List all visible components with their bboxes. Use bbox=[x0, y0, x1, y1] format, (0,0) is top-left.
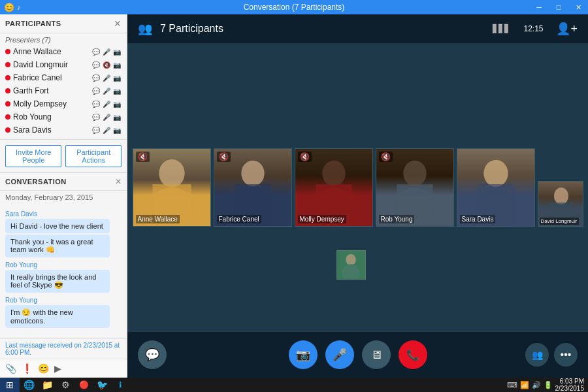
chat-messages: Sara Davis Hi David - love the new clien… bbox=[0, 204, 127, 338]
participant-actions-button[interactable]: Participant Actions bbox=[65, 145, 122, 167]
controls-left: 💬 bbox=[138, 340, 167, 369]
mic-toggle-button[interactable]: 🎤 bbox=[325, 340, 354, 369]
left-panel: PARTICIPANTS ✕ Presenters (7) Anne Walla… bbox=[0, 14, 127, 378]
restore-button[interactable]: □ bbox=[549, 0, 568, 14]
mic-icon: 🎤 bbox=[102, 127, 111, 134]
participants-toggle-button[interactable]: 👥 bbox=[525, 343, 549, 367]
taskbar-chrome-icon[interactable]: 🔴 bbox=[74, 378, 93, 392]
titlebar: 😊 ♪ Conversation (7 Participants) ─ □ ✕ bbox=[0, 0, 588, 14]
send-icon[interactable]: ▶ bbox=[54, 363, 61, 374]
video-toggle-button[interactable]: 📷 bbox=[289, 340, 318, 369]
mic-icon: 🔇 bbox=[102, 61, 111, 69]
right-panel: 👥 7 Participants ▋▋▋ 12:15 👤+ bbox=[127, 14, 588, 378]
screen-share-button[interactable]: 🖥 bbox=[362, 340, 391, 369]
svg-point-12 bbox=[483, 160, 508, 187]
conversation-section: CONVERSATION ✕ Monday, February 23, 2015… bbox=[0, 172, 127, 378]
taskbar-ie-icon[interactable]: 🌐 bbox=[20, 378, 38, 392]
chat-icon: 💬 bbox=[91, 127, 101, 134]
video-controls: 💬 📷 🎤 🖥 📞 👥 ••• bbox=[127, 332, 588, 378]
status-dot bbox=[5, 62, 10, 67]
call-time: 12:15 bbox=[523, 24, 543, 33]
more-options-button[interactable]: ••• bbox=[554, 343, 578, 367]
taskbar-twitter-icon[interactable]: 🐦 bbox=[93, 378, 111, 392]
conversation-date: Monday, February 23, 2015 bbox=[0, 191, 127, 204]
taskbar-explorer-icon[interactable]: 📁 bbox=[38, 378, 56, 392]
message-sender: Sara Davis bbox=[5, 210, 122, 218]
sound-icon: ♪ bbox=[17, 3, 21, 11]
video-grid: 🔇 Anne Wallace 🔇 Fabrice Canel bbox=[133, 148, 583, 227]
taskbar-settings-icon[interactable]: ⚙ bbox=[56, 378, 74, 392]
participant-icons: 💬 🔇 📷 bbox=[91, 61, 122, 69]
participant-icons: 💬 🎤 📷 bbox=[91, 114, 122, 121]
video-tile-david: David Longmuir bbox=[538, 181, 583, 227]
video-icon: 📷 bbox=[112, 88, 122, 95]
video-icon: 📷 bbox=[112, 61, 122, 69]
signal-bars: ▋▋▋ bbox=[493, 24, 510, 33]
tile-name-rob: Rob Young bbox=[379, 215, 415, 223]
svg-point-19 bbox=[342, 264, 360, 280]
window-controls[interactable]: ─ □ ✕ bbox=[529, 0, 588, 14]
attachment-icon[interactable]: 📎 bbox=[5, 363, 16, 374]
participants-count: 7 Participants bbox=[160, 23, 223, 35]
video-tile-molly: 🔇 Molly Dempsey bbox=[295, 148, 373, 227]
minimize-button[interactable]: ─ bbox=[529, 0, 549, 14]
conversation-title: CONVERSATION bbox=[5, 178, 67, 186]
status-dot bbox=[5, 114, 10, 120]
participant-icons: 💬 🎤 📷 bbox=[91, 88, 122, 95]
controls-right: 👥 ••• bbox=[525, 343, 578, 367]
video-icon: 📷 bbox=[112, 101, 122, 108]
video-tile-fabrice: 🔇 Fabrice Canel bbox=[214, 148, 292, 227]
svg-point-6 bbox=[322, 161, 345, 186]
mic-icon: 🎤 bbox=[102, 74, 111, 82]
clock-date: 2/23/2015 bbox=[555, 385, 585, 392]
tile-name-sara: Sara Davis bbox=[460, 215, 496, 223]
self-video-feed bbox=[337, 251, 365, 279]
hangup-button[interactable]: 📞 bbox=[399, 340, 427, 369]
start-button[interactable]: ⊞ bbox=[0, 378, 20, 392]
participants-header: PARTICIPANTS ✕ bbox=[0, 14, 127, 33]
chat-button[interactable]: 💬 bbox=[138, 340, 167, 369]
emoji-insert-icon[interactable]: 😊 bbox=[38, 363, 49, 374]
emoji-icon: 😊 bbox=[4, 3, 14, 12]
chat-icon: 💬 bbox=[91, 114, 101, 121]
tile-name-david: David Longmuir bbox=[540, 218, 579, 225]
status-dot bbox=[5, 75, 10, 80]
svg-point-15 bbox=[554, 188, 568, 204]
participants-close-button[interactable]: ✕ bbox=[114, 18, 122, 29]
participant-name: Molly Dempsey bbox=[13, 99, 89, 108]
keyboard-icon: ⌨ bbox=[507, 381, 517, 389]
participant-item: Sara Davis 💬 🎤 📷 bbox=[0, 123, 127, 137]
invite-more-button[interactable]: Invite More People bbox=[5, 145, 61, 167]
network-icon: 📶 bbox=[520, 381, 529, 389]
conversation-close-button[interactable]: ✕ bbox=[115, 177, 122, 186]
alert-icon[interactable]: ❗ bbox=[22, 363, 33, 374]
chat-input-area: 📎 ❗ 😊 ▶ bbox=[0, 359, 127, 378]
mute-icon: 🔇 bbox=[136, 152, 150, 162]
svg-point-18 bbox=[346, 254, 355, 265]
status-dot bbox=[5, 101, 10, 106]
participant-name: Rob Young bbox=[13, 112, 89, 122]
video-tile-rob: 🔇 Rob Young bbox=[376, 148, 454, 227]
participant-icons: 💬 🎤 📷 bbox=[91, 74, 122, 82]
mic-icon: 🎤 bbox=[102, 48, 111, 56]
video-tile-anne: 🔇 Anne Wallace bbox=[133, 148, 211, 227]
titlebar-title: Conversation (7 Participants) bbox=[244, 3, 345, 12]
taskbar-skype-icon[interactable]: ℹ bbox=[111, 378, 129, 392]
mute-icon: 🔇 bbox=[379, 152, 393, 162]
taskbar-right: ⌨ 📶 🔊 🔋 6:03 PM 2/23/2015 bbox=[507, 378, 589, 392]
windows-icon: ⊞ bbox=[6, 380, 14, 390]
volume-icon: 🔊 bbox=[532, 381, 541, 389]
tile-name-anne: Anne Wallace bbox=[136, 215, 180, 223]
self-video-tile bbox=[336, 250, 366, 280]
close-button[interactable]: ✕ bbox=[568, 0, 588, 14]
clock-time: 6:03 PM bbox=[555, 378, 585, 385]
video-icon: 📷 bbox=[112, 48, 122, 56]
add-person-button[interactable]: 👤+ bbox=[556, 22, 578, 36]
participant-icons: 💬 🎤 📷 bbox=[91, 48, 122, 56]
participant-item: Anne Wallace 💬 🎤 📷 bbox=[0, 45, 127, 58]
participant-name: Fabrice Canel bbox=[13, 73, 89, 82]
titlebar-icons: 😊 ♪ bbox=[4, 3, 21, 12]
mic-icon: 🎤 bbox=[102, 101, 111, 108]
participant-list: Anne Wallace 💬 🎤 📷 David Longmuir 💬 🔇 📷 bbox=[0, 45, 127, 137]
status-dot bbox=[5, 49, 10, 54]
